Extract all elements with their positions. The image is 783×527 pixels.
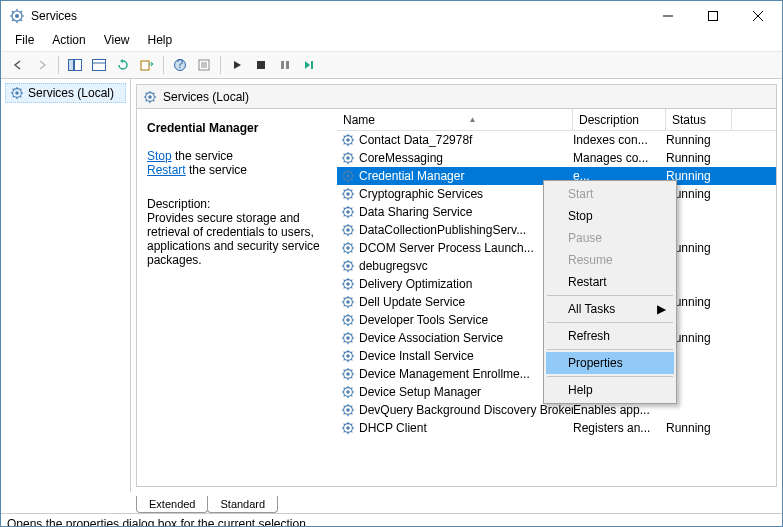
service-name: Device Setup Manager (359, 385, 481, 399)
service-description: Registers an... (573, 421, 666, 435)
svg-rect-28 (311, 61, 313, 69)
detail-pane-button[interactable] (88, 54, 110, 76)
ctx-stop[interactable]: Stop (546, 205, 674, 227)
ctx-refresh[interactable]: Refresh (546, 325, 674, 347)
svg-rect-27 (286, 61, 289, 69)
svg-rect-15 (75, 60, 82, 71)
service-name: Contact Data_72978f (359, 133, 472, 147)
service-name: DevQuery Background Discovery Broker (359, 403, 573, 417)
gear-icon (341, 313, 355, 327)
description-label: Description: (147, 197, 327, 211)
table-row[interactable]: DHCP ClientRegisters an...Running (337, 419, 776, 437)
status-bar: Opens the properties dialog box for the … (1, 513, 782, 527)
service-name: Cryptographic Services (359, 187, 483, 201)
service-name: Device Management Enrollme... (359, 367, 530, 381)
app-icon (9, 8, 25, 24)
ctx-all-tasks[interactable]: All Tasks▶ (546, 298, 674, 320)
service-name: Device Association Service (359, 331, 503, 345)
menubar: File Action View Help (1, 31, 782, 51)
menu-action[interactable]: Action (44, 31, 93, 51)
svg-text:?: ? (177, 59, 184, 71)
table-row[interactable]: Contact Data_72978fIndexes con...Running (337, 131, 776, 149)
gear-icon (341, 205, 355, 219)
pause-service-button[interactable] (274, 54, 296, 76)
close-button[interactable] (735, 2, 780, 31)
tab-extended[interactable]: Extended (136, 496, 208, 513)
service-status: Running (666, 133, 732, 147)
properties-icon (198, 59, 210, 71)
gear-icon (341, 331, 355, 345)
ctx-pause: Pause (546, 227, 674, 249)
column-status[interactable]: Status (666, 109, 732, 130)
service-status: Running (666, 151, 732, 165)
service-name: Data Sharing Service (359, 205, 472, 219)
gear-icon (341, 403, 355, 417)
gear-icon (341, 133, 355, 147)
svg-rect-26 (281, 61, 284, 69)
help-button[interactable]: ? (169, 54, 191, 76)
ctx-start: Start (546, 183, 674, 205)
gear-icon (341, 169, 355, 183)
service-name: Dell Update Service (359, 295, 465, 309)
play-icon (232, 60, 242, 70)
tab-standard[interactable]: Standard (207, 496, 278, 513)
view-tabs: Extended Standard (136, 492, 782, 513)
tree-item-label: Services (Local) (28, 86, 114, 100)
menu-file[interactable]: File (7, 31, 42, 51)
start-service-button[interactable] (226, 54, 248, 76)
service-name: Delivery Optimization (359, 277, 472, 291)
gear-icon (341, 277, 355, 291)
gear-icon (341, 295, 355, 309)
pane-title: Services (Local) (163, 90, 249, 104)
svg-rect-14 (69, 60, 74, 71)
service-description: Manages co... (573, 151, 666, 165)
maximize-button[interactable] (690, 2, 735, 31)
service-name: DHCP Client (359, 421, 427, 435)
restart-service-button[interactable] (298, 54, 320, 76)
service-name: debugregsvc (359, 259, 428, 273)
forward-button[interactable] (31, 54, 53, 76)
gear-icon (341, 187, 355, 201)
table-row[interactable]: CoreMessagingManages co...Running (337, 149, 776, 167)
properties-button[interactable] (193, 54, 215, 76)
ctx-resume: Resume (546, 249, 674, 271)
description-text: Provides secure storage and retrieval of… (147, 211, 327, 267)
toolbar: ? (1, 51, 782, 79)
selected-service-name: Credential Manager (147, 121, 327, 135)
stop-icon (256, 60, 266, 70)
service-name: DCOM Server Process Launch... (359, 241, 534, 255)
menu-help[interactable]: Help (140, 31, 181, 51)
refresh-button[interactable] (112, 54, 134, 76)
ctx-help[interactable]: Help (546, 379, 674, 401)
service-name: Developer Tools Service (359, 313, 488, 327)
gear-icon (341, 349, 355, 363)
gear-icon (341, 241, 355, 255)
back-button[interactable] (7, 54, 29, 76)
stop-service-button[interactable] (250, 54, 272, 76)
right-pane: Services (Local) Credential Manager Stop… (136, 84, 777, 487)
ctx-restart[interactable]: Restart (546, 271, 674, 293)
service-description: Enables app... (573, 403, 666, 417)
menu-view[interactable]: View (96, 31, 138, 51)
restart-icon (303, 60, 315, 70)
gear-icon (341, 367, 355, 381)
ctx-properties[interactable]: Properties (546, 352, 674, 374)
stop-link[interactable]: Stop (147, 149, 172, 163)
gear-icon (341, 259, 355, 273)
gear-icon (341, 151, 355, 165)
service-status: Running (666, 421, 732, 435)
export-icon (140, 59, 154, 71)
column-name[interactable]: Name▲ (337, 109, 573, 130)
minimize-button[interactable] (645, 2, 690, 31)
left-pane: Services (Local) (1, 79, 131, 492)
column-description[interactable]: Description (573, 109, 666, 130)
back-icon (12, 59, 24, 71)
service-name: DataCollectionPublishingServ... (359, 223, 526, 237)
panes-icon (68, 59, 82, 71)
close-icon (753, 11, 763, 21)
show-tree-button[interactable] (64, 54, 86, 76)
restart-link[interactable]: Restart (147, 163, 186, 177)
export-button[interactable] (136, 54, 158, 76)
tree-item-services-local[interactable]: Services (Local) (5, 83, 126, 103)
pane-header: Services (Local) (137, 85, 776, 109)
